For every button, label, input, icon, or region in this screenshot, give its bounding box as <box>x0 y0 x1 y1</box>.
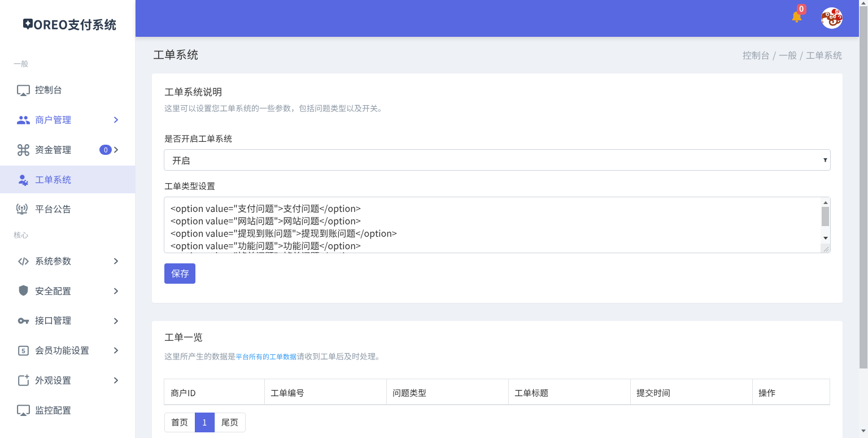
svg-text:5: 5 <box>21 347 25 354</box>
